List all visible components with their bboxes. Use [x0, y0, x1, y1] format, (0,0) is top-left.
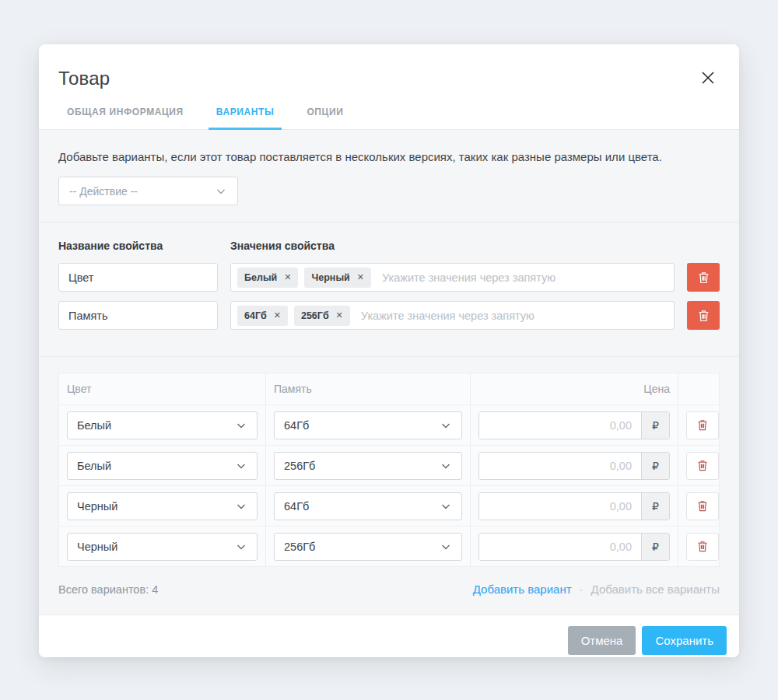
variant-memory-select[interactable]: 64Гб	[274, 411, 462, 439]
property-row: 64Гб ✕ 256Гб ✕ Укажите значения через за…	[58, 301, 720, 330]
trash-icon	[697, 419, 708, 431]
properties-header-row: Название свойства Значения свойства	[58, 240, 720, 252]
price-input[interactable]	[479, 412, 641, 439]
property-name-header: Название свойства	[58, 240, 218, 252]
chevron-down-icon	[215, 185, 227, 198]
properties-section: Название свойства Значения свойства Белы…	[39, 222, 739, 357]
dot-separator: ·	[580, 583, 584, 596]
price-input-group: ₽	[478, 411, 670, 439]
delete-property-button[interactable]	[687, 301, 720, 330]
tab-options[interactable]: ОПЦИИ	[299, 107, 351, 130]
chevron-down-icon	[440, 541, 452, 553]
price-input[interactable]	[479, 534, 641, 560]
chevron-down-icon	[235, 460, 247, 472]
page-background: { "modal": { "title": "Товар", "tabs": […	[0, 0, 778, 700]
tab-bar: ОБЩАЯ ИНФОРМАЦИЯ ВАРИАНТЫ ОПЦИИ	[39, 107, 739, 130]
column-header-color: Цвет	[67, 383, 91, 395]
remove-tag-icon[interactable]: ✕	[284, 273, 291, 282]
value-tag: 64Гб ✕	[237, 306, 288, 326]
tab-variants[interactable]: ВАРИАНТЫ	[209, 107, 282, 130]
modal-footer: Отмена Сохранить	[39, 615, 739, 657]
price-input-group: ₽	[478, 452, 670, 480]
delete-variant-button[interactable]	[686, 452, 719, 480]
currency-addon: ₽	[641, 412, 669, 439]
variants-table: Цвет Память Цена Белый 64Гб	[58, 373, 720, 567]
delete-property-button[interactable]	[687, 263, 720, 292]
delete-variant-button[interactable]	[686, 411, 719, 439]
column-header-price: Цена	[643, 383, 670, 395]
trash-icon	[698, 271, 710, 284]
property-row: Белый ✕ Черный ✕ Укажите значения через …	[58, 263, 720, 292]
variant-row: Белый 256Гб ₽	[59, 445, 719, 485]
modal-title: Товар	[58, 68, 720, 89]
value-tag-label: 64Гб	[244, 310, 267, 321]
product-modal: Товар ОБЩАЯ ИНФОРМАЦИЯ ВАРИАНТЫ ОПЦИИ До…	[39, 44, 739, 657]
chevron-down-icon	[235, 541, 247, 553]
variant-row: Черный 64Гб ₽	[59, 485, 719, 526]
currency-addon: ₽	[641, 534, 669, 560]
remove-tag-icon[interactable]: ✕	[357, 273, 364, 282]
value-tag-label: Белый	[244, 272, 277, 283]
currency-addon: ₽	[641, 493, 669, 520]
variants-description: Добавьте варианты, если этот товар поста…	[58, 150, 720, 163]
values-placeholder: Укажите значения через запятую	[361, 310, 534, 322]
action-select[interactable]: -- Действие --	[58, 177, 238, 205]
add-all-variants-link[interactable]: Добавить все варианты	[591, 583, 720, 596]
value-tag: Черный ✕	[304, 268, 371, 288]
price-input[interactable]	[479, 493, 641, 520]
currency-addon: ₽	[641, 453, 669, 479]
value-tag-label: 256Гб	[301, 310, 329, 321]
values-placeholder: Укажите значения через запятую	[382, 271, 555, 284]
cancel-button[interactable]: Отмена	[568, 626, 636, 655]
variant-row: Черный 256Гб ₽	[59, 526, 719, 566]
add-variant-link[interactable]: Добавить вариант	[473, 583, 572, 596]
table-footer-row: Всего вариантов: 4 Добавить вариант · До…	[58, 583, 720, 596]
price-input[interactable]	[479, 453, 641, 479]
delete-variant-button[interactable]	[686, 533, 719, 561]
chevron-down-icon	[235, 500, 247, 513]
variant-color-select[interactable]: Черный	[67, 533, 258, 561]
delete-variant-button[interactable]	[686, 492, 719, 520]
trash-icon	[698, 310, 710, 322]
save-button[interactable]: Сохранить	[642, 626, 727, 655]
trash-icon	[697, 500, 708, 512]
property-values-input[interactable]: Белый ✕ Черный ✕ Укажите значения через …	[230, 263, 675, 292]
remove-tag-icon[interactable]: ✕	[274, 311, 281, 320]
chevron-down-icon	[235, 419, 247, 432]
variant-row: Белый 64Гб ₽	[59, 404, 719, 445]
variant-color-select[interactable]: Белый	[67, 411, 258, 439]
trash-icon	[697, 460, 708, 471]
variant-color-select[interactable]: Белый	[67, 452, 258, 480]
variants-table-header: Цвет Память Цена	[59, 373, 719, 404]
variants-total: Всего вариантов: 4	[58, 583, 158, 596]
chevron-down-icon	[440, 500, 452, 513]
chevron-down-icon	[440, 460, 452, 472]
variant-memory-select[interactable]: 256Гб	[274, 533, 462, 561]
property-values-input[interactable]: 64Гб ✕ 256Гб ✕ Укажите значения через за…	[230, 301, 675, 330]
modal-header: Товар ОБЩАЯ ИНФОРМАЦИЯ ВАРИАНТЫ ОПЦИИ	[39, 44, 739, 130]
value-tag-label: Черный	[311, 272, 349, 283]
variants-table-section: Цвет Память Цена Белый 64Гб	[39, 357, 739, 615]
price-input-group: ₽	[478, 492, 670, 520]
property-name-input[interactable]	[58, 263, 218, 292]
trash-icon	[697, 541, 708, 552]
close-button[interactable]	[698, 68, 718, 88]
action-select-value: -- Действие --	[69, 185, 138, 198]
variant-memory-select[interactable]: 256Гб	[274, 452, 462, 480]
variant-memory-select[interactable]: 64Гб	[274, 492, 462, 520]
property-name-input[interactable]	[58, 301, 218, 330]
value-tag: Белый ✕	[237, 268, 298, 288]
tab-general-info[interactable]: ОБЩАЯ ИНФОРМАЦИЯ	[59, 107, 191, 130]
remove-tag-icon[interactable]: ✕	[336, 311, 343, 320]
value-tag: 256Гб ✕	[294, 306, 350, 326]
column-header-memory: Память	[274, 383, 312, 395]
chevron-down-icon	[440, 419, 452, 432]
variant-color-select[interactable]: Черный	[67, 492, 258, 520]
close-icon	[699, 69, 717, 86]
variants-intro-section: Добавьте варианты, если этот товар поста…	[39, 130, 739, 222]
property-values-header: Значения свойства	[230, 240, 335, 252]
price-input-group: ₽	[478, 533, 670, 561]
